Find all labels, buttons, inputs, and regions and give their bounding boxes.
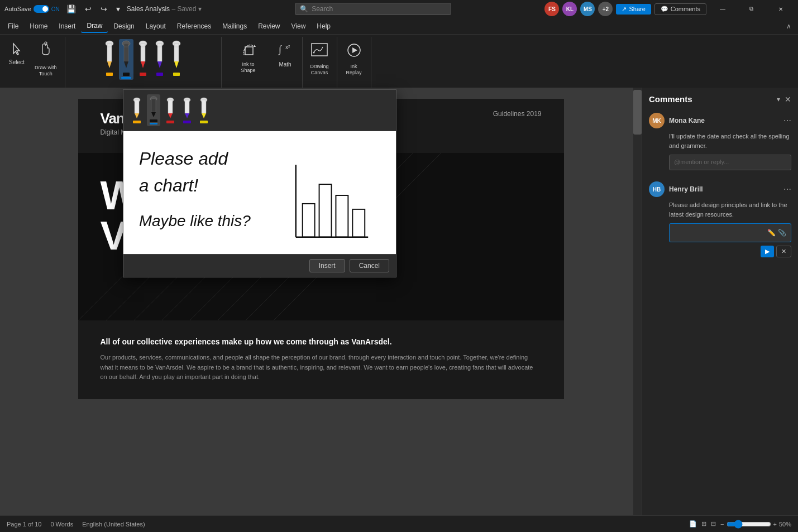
body-text: Our products, services, communications, … xyxy=(101,353,542,382)
popup-pen-1-icon xyxy=(132,97,142,119)
title-bar: AutoSave ON 💾 ↩ ↪ ▾ Sales Analysis – Sav… xyxy=(0,0,798,18)
popup-pen-4[interactable] xyxy=(180,95,194,125)
pens-content xyxy=(102,39,184,85)
popup-pen-4-icon xyxy=(182,97,192,119)
reply-cancel-button[interactable]: ✕ xyxy=(776,246,791,257)
view-icon-1[interactable]: 📄 xyxy=(689,520,697,528)
comment-2: HB Henry Brill ⋯ Please add design princ… xyxy=(649,181,791,257)
reply-send-button[interactable]: ▶ xyxy=(761,246,774,257)
popup-pen-2[interactable] xyxy=(147,94,160,126)
popup-pen-3-icon xyxy=(165,97,175,119)
svg-marker-47 xyxy=(185,113,189,118)
comments-button[interactable]: 💬Comments xyxy=(654,3,706,15)
insert-button[interactable]: Insert xyxy=(309,259,345,272)
draw-with-touch-tool[interactable]: Draw withTouch xyxy=(31,39,60,79)
search-box[interactable]: 🔍 Search xyxy=(295,3,451,15)
cancel-button[interactable]: Cancel xyxy=(350,259,389,272)
menu-design[interactable]: Design xyxy=(108,20,140,32)
pen-2-color xyxy=(123,73,130,76)
svg-rect-18 xyxy=(174,44,179,61)
svg-rect-37 xyxy=(135,100,139,113)
zoom-out-icon[interactable]: − xyxy=(720,521,724,528)
svg-text:∫: ∫ xyxy=(278,44,282,55)
comment-1-more-icon[interactable]: ⋯ xyxy=(783,116,791,125)
share-button[interactable]: ↗Share xyxy=(616,4,651,15)
avatar-kl[interactable]: KL xyxy=(562,2,577,16)
minimize-button[interactable]: — xyxy=(710,0,735,18)
convert-content: Ink toShape ∫ x² Math xyxy=(226,39,298,85)
save-icon[interactable]: 💾 xyxy=(64,3,78,15)
menu-home[interactable]: Home xyxy=(24,20,53,32)
dropdown-icon[interactable]: ▾ xyxy=(114,3,122,15)
math-tool[interactable]: ∫ x² Math xyxy=(273,39,298,70)
reply-format-icon[interactable]: ✏️ xyxy=(767,229,776,237)
zoom-slider[interactable] xyxy=(727,520,771,529)
popup-pen-1[interactable] xyxy=(130,95,144,125)
pen-4[interactable] xyxy=(152,39,167,77)
comment-1-avatar: MK xyxy=(649,113,665,128)
svg-rect-21 xyxy=(245,47,253,55)
autosave-toggle[interactable]: AutoSave ON xyxy=(4,5,60,13)
pen-1[interactable] xyxy=(102,39,117,77)
popup-pen-5-color xyxy=(200,121,208,123)
pen-2[interactable] xyxy=(119,39,133,80)
touch-icon xyxy=(39,41,52,63)
drawing-canvas-tool[interactable]: DrawingCanvas xyxy=(307,39,332,78)
menu-references[interactable]: References xyxy=(171,20,217,32)
comment-2-reply-area[interactable]: ✏️ 📎 xyxy=(669,223,791,242)
scrollbar-vertical[interactable] xyxy=(633,88,642,515)
comment-1-reply-box[interactable]: @mention or reply... xyxy=(669,155,791,170)
title-bar-right: FS KL MS +2 ↗Share 💬Comments — ⧉ ✕ xyxy=(544,0,794,18)
word-count: 0 Words xyxy=(50,521,73,528)
close-button[interactable]: ✕ xyxy=(768,0,794,18)
menu-mailings[interactable]: Mailings xyxy=(217,20,252,32)
panel-options-icon[interactable]: ▾ xyxy=(777,95,780,103)
doc-body: All of our collective experiences make u… xyxy=(78,320,564,399)
select-tool[interactable]: Select xyxy=(4,39,29,68)
svg-rect-49 xyxy=(202,100,206,113)
panel-close-button[interactable]: ✕ xyxy=(785,95,791,104)
comment-2-action-buttons: ▶ ✕ xyxy=(669,246,791,257)
menu-help[interactable]: Help xyxy=(311,20,336,32)
pen-4-icon xyxy=(154,40,166,71)
comment-1-header: MK Mona Kane ⋯ xyxy=(649,113,791,128)
body-heading: All of our collective experiences make u… xyxy=(101,337,542,346)
svg-text:a chart!: a chart! xyxy=(139,175,198,195)
popup-pen-5[interactable] xyxy=(197,95,211,125)
pen-5[interactable] xyxy=(169,39,184,77)
ribbon-collapse[interactable]: ∧ xyxy=(782,22,796,30)
menu-draw[interactable]: Draw xyxy=(81,20,108,33)
autosave-pill[interactable] xyxy=(34,5,49,13)
scrollbar-thumb[interactable] xyxy=(633,90,642,135)
drawing-canvas[interactable]: Please add a chart! Maybe like this? xyxy=(123,131,396,254)
menu-insert[interactable]: Insert xyxy=(53,20,81,32)
avatar-ms[interactable]: MS xyxy=(580,2,595,16)
view-icon-2[interactable]: ⊞ xyxy=(701,520,706,528)
svg-rect-24 xyxy=(312,44,327,56)
avatar-extra[interactable]: +2 xyxy=(598,2,613,16)
view-icon-3[interactable]: ⊟ xyxy=(711,520,716,528)
menu-view[interactable]: View xyxy=(286,20,312,32)
svg-text:Please add: Please add xyxy=(139,148,229,169)
ink-replay-tool[interactable]: InkReplay xyxy=(342,39,366,78)
popup-pen-3[interactable] xyxy=(164,95,177,125)
redo-icon[interactable]: ↪ xyxy=(98,3,109,15)
comment-2-text: Please add design principles and link to… xyxy=(669,200,791,219)
reply-attach-icon[interactable]: 📎 xyxy=(778,229,786,237)
zoom-in-icon[interactable]: + xyxy=(773,521,777,528)
svg-rect-43 xyxy=(168,100,173,113)
popup-pen-3-color xyxy=(166,121,174,123)
undo-icon[interactable]: ↩ xyxy=(83,3,94,15)
avatar-fs[interactable]: FS xyxy=(544,2,559,16)
page-info: Page 1 of 10 xyxy=(7,521,41,528)
ink-to-shape-tool[interactable]: Ink toShape xyxy=(226,39,271,76)
svg-point-0 xyxy=(45,42,47,44)
pen-3[interactable] xyxy=(136,39,150,77)
menu-layout[interactable]: Layout xyxy=(140,20,171,32)
menu-review[interactable]: Review xyxy=(252,20,285,32)
zoom-control: − + 50% xyxy=(720,520,791,529)
restore-button[interactable]: ⧉ xyxy=(739,0,764,18)
comment-2-reply-input[interactable] xyxy=(674,227,765,238)
menu-file[interactable]: File xyxy=(2,20,24,32)
comment-2-more-icon[interactable]: ⋯ xyxy=(783,185,791,194)
